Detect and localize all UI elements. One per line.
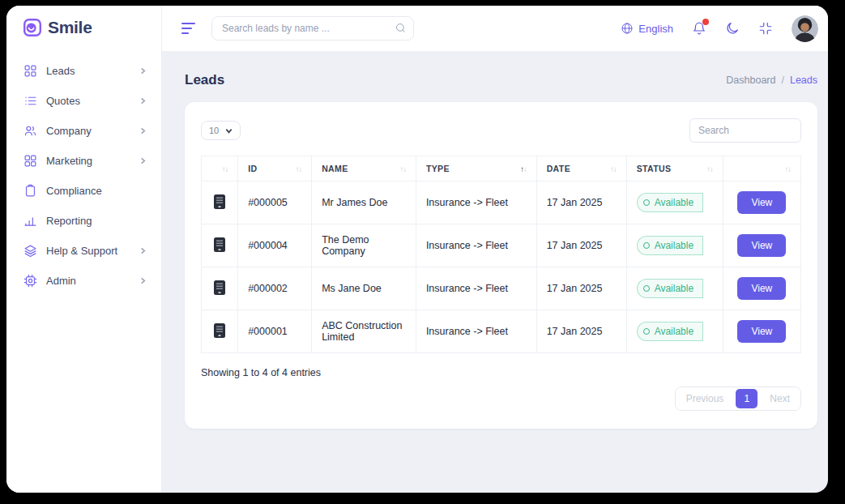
column-header-action[interactable]: ↑↓ <box>723 156 800 182</box>
sidebar-item-label: Leads <box>46 65 130 77</box>
view-button[interactable]: View <box>737 191 786 214</box>
hamburger-menu-icon[interactable] <box>180 19 197 38</box>
column-header-date[interactable]: DATE↑↓ <box>536 156 626 182</box>
table-search <box>689 118 801 143</box>
notifications-button[interactable] <box>692 21 706 36</box>
smile-logo-icon <box>23 18 42 37</box>
view-button[interactable]: View <box>737 277 786 300</box>
page-size-select[interactable]: 10 <box>201 121 241 140</box>
status-dot-icon <box>643 199 650 206</box>
cell-type: Insurance -> Fleet <box>416 182 536 224</box>
table-search-input[interactable] <box>689 118 801 143</box>
main-content: Leads Dashboard / Leads 10 <box>162 51 828 493</box>
sort-icons[interactable]: ↑↓ <box>610 164 617 173</box>
cell-date: 17 Jan 2025 <box>536 224 626 267</box>
global-search-input[interactable] <box>211 16 414 41</box>
pagination-previous-button[interactable]: Previous <box>676 387 735 410</box>
sidebar-item-leads[interactable]: Leads <box>6 56 161 86</box>
brand-name: Smile <box>48 18 92 37</box>
sidebar-item-label: Help & Support <box>46 245 130 257</box>
notification-badge <box>702 19 709 25</box>
pagination: Previous 1 Next <box>675 387 801 411</box>
cell-date: 17 Jan 2025 <box>536 182 626 224</box>
sidebar-item-reporting[interactable]: Reporting <box>6 206 161 236</box>
lead-device-icon <box>213 194 226 210</box>
fullscreen-icon <box>758 21 773 36</box>
sidebar-item-compliance[interactable]: Compliance <box>6 176 161 206</box>
grid-icon <box>23 154 37 168</box>
language-label: English <box>638 23 673 35</box>
sidebar-item-label: Marketing <box>46 155 130 167</box>
sidebar-item-label: Company <box>46 125 130 137</box>
entries-summary: Showing 1 to 4 of 4 entries <box>201 367 801 378</box>
search-icon <box>395 22 407 34</box>
sort-icons[interactable]: ↑↓ <box>222 164 228 173</box>
cell-type: Insurance -> Fleet <box>416 224 536 267</box>
table-row: #000005 Mr James Doe Insurance -> Fleet … <box>202 182 801 224</box>
lead-device-icon <box>213 280 226 296</box>
sidebar-item-marketing[interactable]: Marketing <box>6 146 161 176</box>
sort-icons[interactable]: ↑↓ <box>296 164 302 173</box>
sidebar-item-label: Reporting <box>46 215 147 227</box>
cell-date: 17 Jan 2025 <box>536 310 626 353</box>
sort-icons[interactable]: ↑↓ <box>785 164 792 173</box>
table-row: #000004 The Demo Company Insurance -> Fl… <box>202 224 801 267</box>
user-avatar[interactable] <box>792 15 818 42</box>
moon-icon <box>725 21 740 36</box>
column-header-id[interactable]: ID↑↓ <box>238 156 312 182</box>
sidebar-item-help-support[interactable]: Help & Support <box>6 236 161 266</box>
sidebar-item-label: Compliance <box>46 185 147 197</box>
chevron-right-icon <box>139 247 147 254</box>
sort-icons[interactable]: ↑↓ <box>399 164 406 173</box>
lead-device-icon <box>213 237 226 253</box>
sidebar-item-quotes[interactable]: Quotes <box>6 86 161 116</box>
view-button[interactable]: View <box>737 234 786 257</box>
dark-mode-toggle[interactable] <box>725 21 740 36</box>
column-header-icon[interactable]: ↑↓ <box>202 156 238 182</box>
topbar: English <box>162 6 828 51</box>
table-header-row: ↑↓ ID↑↓ NAME↑↓ TYPE↑↓ DATE↑↓ STATUS↑↓ ↑↓ <box>202 156 801 182</box>
cell-name: The Demo Company <box>312 224 416 267</box>
column-header-type[interactable]: TYPE↑↓ <box>416 156 536 182</box>
lead-device-icon <box>213 322 226 339</box>
chevron-right-icon <box>139 127 147 135</box>
sidebar-item-company[interactable]: Company <box>6 116 161 146</box>
chevron-down-icon <box>225 127 233 135</box>
sort-icons[interactable]: ↑↓ <box>520 164 527 173</box>
status-dot-icon <box>643 242 650 249</box>
status-badge: Available <box>637 322 703 341</box>
language-selector[interactable]: English <box>621 22 673 35</box>
sidebar-item-label: Quotes <box>46 95 130 107</box>
breadcrumb-leads[interactable]: Leads <box>790 75 817 86</box>
breadcrumb-dashboard[interactable]: Dashboard <box>726 75 775 86</box>
sidebar-item-admin[interactable]: Admin <box>6 266 161 296</box>
table-row: #000002 Ms Jane Doe Insurance -> Fleet 1… <box>202 267 801 310</box>
chevron-right-icon <box>139 157 147 164</box>
sidebar: Smile Leads Quotes Company Marketing <box>6 6 162 493</box>
brand-logo[interactable]: Smile <box>6 6 161 48</box>
chevron-right-icon <box>139 277 147 284</box>
layers-icon <box>23 244 37 258</box>
global-search <box>211 16 414 41</box>
cell-id: #000004 <box>238 224 312 267</box>
cell-type: Insurance -> Fleet <box>416 310 536 353</box>
pagination-page-1[interactable]: 1 <box>736 389 758 408</box>
leads-table-card: 10 ↑↓ ID↑↓ NAME↑↓ TYPE↑↓ <box>185 102 817 429</box>
leads-table: ↑↓ ID↑↓ NAME↑↓ TYPE↑↓ DATE↑↓ STATUS↑↓ ↑↓ <box>201 156 801 353</box>
status-badge: Available <box>637 279 703 298</box>
sort-icons[interactable]: ↑↓ <box>706 164 713 173</box>
cell-type: Insurance -> Fleet <box>416 267 536 310</box>
users-icon <box>23 124 37 138</box>
cell-name: Mr James Doe <box>312 182 416 224</box>
list-icon <box>23 94 37 108</box>
breadcrumb-separator: / <box>781 75 783 86</box>
cell-name: ABC Construction Limited <box>312 310 416 353</box>
cell-name: Ms Jane Doe <box>312 267 416 310</box>
column-header-status[interactable]: STATUS↑↓ <box>626 156 723 182</box>
pagination-next-button[interactable]: Next <box>759 387 800 410</box>
view-button[interactable]: View <box>737 320 786 343</box>
chevron-right-icon <box>139 97 147 105</box>
fullscreen-toggle[interactable] <box>758 21 773 36</box>
clipboard-icon <box>23 184 37 198</box>
column-header-name[interactable]: NAME↑↓ <box>312 156 416 182</box>
